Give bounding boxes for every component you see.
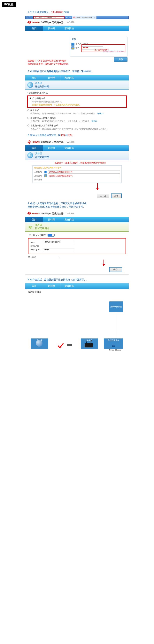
nav3-internet[interactable]: 因特网 — [43, 145, 60, 151]
nav-lan[interactable]: 家庭网络 — [60, 26, 78, 31]
forward-icon[interactable]: → — [30, 16, 32, 19]
home-network-label: 我的家庭网络 — [28, 291, 126, 294]
huawei-logo-icon — [27, 140, 31, 144]
svg-marker-7 — [96, 188, 99, 190]
svg-point-8 — [30, 228, 30, 229]
step-5: 5. 保存完成后，路由器则显示已连接状态（如下图所示）。 — [28, 278, 129, 281]
nav-bar-2: 首页 因特网 家庭网络 — [25, 75, 129, 80]
diag-wired-box: 有线联网设备 — [104, 338, 123, 349]
wlan-settings-box: SSID:HUAWEI-UGLD7X 加密配置: Wi-Fi 密码:••••••… — [28, 238, 126, 254]
step-3: 3. 请输入运营商提供的宽带上网账号和密码 — [28, 134, 129, 137]
huawei-logo-icon — [27, 212, 31, 216]
nav2-internet[interactable]: 因特网 — [43, 75, 60, 80]
globe-icon — [36, 340, 42, 347]
credentials-box: 您需要输入宽带上网帐号和密码 上网帐号 👤 这里输入运营商提供的账号 上网密码 … — [32, 166, 122, 183]
router-header: HUAWEI 300Mbps 无线路由器 WS318 — [25, 19, 129, 26]
pc-icon — [112, 345, 115, 347]
step-1: 1. 打开IE浏览器输入：192.168.3.1 登陆 — [28, 10, 129, 14]
nav5-lan[interactable]: 家庭网络 — [60, 283, 78, 289]
radio-bridge[interactable] — [27, 124, 29, 126]
router-header-4: HUAWEI 300Mbps 无线路由器 WS318 — [25, 210, 129, 217]
conn-method-head: ▪ 请选择您的上网方式 — [25, 90, 129, 95]
lock-icon: 🔒 — [44, 174, 47, 177]
nav5-internet[interactable]: 因特网 — [43, 283, 60, 289]
modem-icon — [67, 344, 72, 346]
router-title: 300Mbps 无线路由器 — [41, 21, 64, 24]
step-4: 4. 根据个人喜好设置无线名称，可用英文字母或数字组成。 无线密码可用8位英文字… — [28, 202, 129, 208]
show-password-row: 显示密码: — [28, 256, 126, 258]
browser-tab[interactable]: Ѡ 300Mbps 无线路由器 × — [72, 16, 97, 19]
login-title: 登录 — [70, 37, 127, 42]
router-model: WS318 — [65, 21, 74, 24]
save-button[interactable]: 保存 — [109, 267, 122, 272]
nav-bar-5: 首页 因特网 家庭网络 — [25, 283, 129, 289]
nav2-home[interactable]: 首页 — [25, 75, 43, 80]
main-nav: 首页 因特网 家庭网络 — [25, 26, 129, 31]
url-input[interactable]: 192.168.3.1/html/index.html — [33, 16, 64, 19]
isp-account-input[interactable]: 这里输入运营商提供的账号 — [48, 170, 120, 174]
nav4-home[interactable]: 首页 — [25, 217, 43, 222]
user-icon: 👤 — [71, 43, 74, 46]
nav3-home[interactable]: 首页 — [25, 145, 43, 151]
nav-internet[interactable]: 因特网 — [43, 26, 60, 31]
radio-auto[interactable] — [29, 98, 31, 100]
diag-wireless-box: 无线联网设备 — [109, 302, 123, 312]
wish-bar-3: 我希望连接到因特网 — [25, 151, 129, 160]
check-icon — [57, 342, 64, 349]
nav2-lan[interactable]: 家庭网络 — [60, 75, 78, 80]
nav4-internet[interactable]: 因特网 — [43, 217, 60, 222]
login-panel: 登录 👤 用户名 admin 🔒 密码 admin （出厂默认值密码） 如何获取… — [70, 37, 128, 56]
user-icon: 👤 — [44, 171, 47, 174]
lock-icon: 🔒 — [71, 46, 74, 50]
network-diagram: 无线联网设备 因特网 路由器 有线联网设备 PC-ce-Ethernet — [28, 302, 126, 352]
router-icon — [84, 343, 93, 348]
tab-close-icon[interactable]: × — [94, 16, 95, 18]
nav3-lan[interactable]: 家庭网络 — [60, 145, 78, 151]
login-button[interactable]: 登录 — [114, 57, 128, 62]
noacc-option[interactable]: 不需要输入上网帐号和密码开通网络时，网络服务商未提供任何参数。适用于学校、企业的… — [27, 116, 127, 122]
nav-home[interactable]: 首页 — [25, 26, 43, 31]
nav-bar-4: 首页 因特网 家庭网络 — [25, 217, 129, 222]
pppoe-option[interactable]: 拨号方式开通网络时，网络服务商提供了上网帐号和密码，适用于大部分的家庭网络。 详… — [27, 109, 127, 115]
wifi-password-input[interactable]: •••••••• — [43, 248, 74, 251]
ie-address-bar: ← → 192.168.3.1/html/index.html ↻ ρ ▾ Ѡ … — [25, 16, 129, 19]
step-2: 2. 此时路由器正在自动检测您的联网模式，请等待10秒钟左右。 — [28, 70, 129, 73]
globe-icon — [27, 152, 33, 158]
radio-pppoe[interactable] — [27, 109, 29, 111]
forgot-pwd-tip: 温馨提示：如果忘记密码，请致电对应网络运营商查询 — [54, 161, 129, 164]
red-arrow-icon — [96, 183, 129, 191]
ssid-input[interactable]: HUAWEI-UGLD7X — [43, 241, 74, 244]
huawei-logo-icon — [27, 20, 31, 24]
search-icon[interactable]: ρ ▾ — [69, 16, 71, 18]
router-header-3: HUAWEI 300Mbps 无线路由器 WS318 — [25, 139, 129, 145]
svg-marker-10 — [102, 264, 105, 266]
wifi-icon — [27, 224, 33, 230]
pc-label: PC-ce-Ethernet — [109, 349, 121, 351]
isp-password-input[interactable]: 这里输入运营商提供的密码 — [48, 174, 120, 177]
auto-detect-option: 自动探测方式 设备帮您自动选择合适的上网方式。 您还没有连接到因特网，可以通过此… — [27, 96, 127, 108]
wlan-band-row: ▪ 2.4 GHz 无线网络 — [25, 232, 129, 237]
show-pwd-checkbox[interactable] — [58, 256, 60, 258]
back-icon[interactable]: ← — [26, 16, 29, 19]
connect-button[interactable]: 连接 — [111, 194, 122, 198]
nav5-home[interactable]: 首页 — [25, 283, 43, 289]
creds-head: 您需要输入宽带上网帐号和密码 — [32, 166, 122, 170]
warm-tip: 温馨提示：为了防止未经授权的用户随意 修改路由器参数，请您及时个性改默认密码 — [28, 59, 68, 66]
red-arrow-icon — [102, 260, 129, 267]
nav4-lan[interactable]: 家庭网络 — [60, 217, 78, 222]
radio-noacc[interactable] — [27, 117, 29, 119]
pc-settings-badge: PC设置 — [2, 2, 16, 7]
refresh-icon[interactable]: ↻ — [66, 16, 68, 19]
username-input[interactable]: admin — [82, 43, 103, 46]
wlan-toggle[interactable] — [48, 234, 54, 236]
wish-bar-wlan: 我希望设置无线网络 — [25, 222, 129, 232]
nav-bar-3: 首页 因特网 家庭网络 — [25, 145, 129, 151]
bridge-option[interactable]: 在电脑中输入上网帐号和密码桥接方式下，路由器设备功能等同一台调制解调器，用户可通… — [27, 124, 127, 130]
back-button[interactable]: 上一步 — [97, 194, 109, 198]
wish-bar-internet: 我希望连接到因特网 — [25, 80, 129, 90]
default-pwd-hint: （出厂默认值密码） — [92, 48, 110, 51]
huawei-fan-icon: Ѡ — [74, 16, 75, 18]
globe-icon — [27, 82, 33, 88]
show-password-toggle[interactable]: 显示密码 — [32, 178, 122, 182]
